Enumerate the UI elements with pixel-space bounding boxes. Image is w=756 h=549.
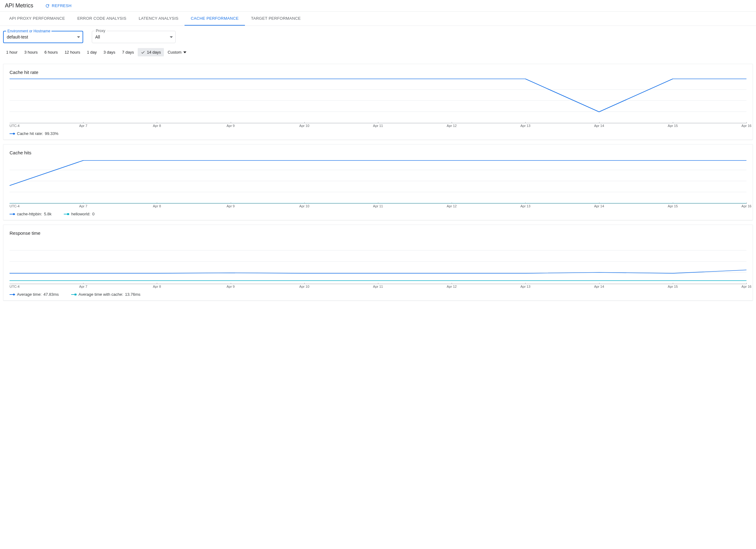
legend-value: 99.33% [45,131,59,136]
chart-x-tick: Apr 12 [447,204,457,208]
charts-container: Cache hit rateUTC-4Apr 7Apr 8Apr 9Apr 10… [0,64,756,301]
refresh-label: REFRESH [52,3,71,8]
svg-point-9 [13,213,15,215]
chart-card-response-time: Response timeUTC-4Apr 7Apr 8Apr 9Apr 10A… [3,225,753,301]
chevron-down-icon [77,36,80,38]
chart-series [10,79,746,112]
chart-plot-area [10,79,746,123]
time-chip-1-day[interactable]: 1 day [84,48,100,56]
chart-x-tick: Apr 9 [226,204,234,208]
chart-tz-label: UTC-4 [10,124,19,128]
svg-point-4 [13,133,15,135]
chart-x-axis: UTC-4Apr 7Apr 8Apr 9Apr 10Apr 11Apr 12Ap… [10,123,746,129]
proxy-select-value: All [95,35,100,39]
chart-legend: cache-httpbin: 5.8khelloworld: 0 [10,210,746,217]
chart-x-tick: Apr 7 [79,285,87,288]
chart-title: Cache hits [10,150,746,155]
page-title: API Metrics [5,2,33,9]
chevron-down-icon [170,36,173,38]
chart-tz-label: UTC-4 [10,204,19,208]
chart-x-tick: Apr 10 [299,124,309,128]
legend-name: helloworld: [71,212,90,216]
chart-x-tick: Apr 7 [79,124,87,128]
chart-x-tick: Apr 11 [373,285,383,288]
chart-card-cache-hits: Cache hitsUTC-4Apr 7Apr 8Apr 9Apr 10Apr … [3,144,753,220]
tab-bar: API PROXY PERFORMANCEERROR CODE ANALYSIS… [0,12,756,26]
proxy-select-label: Proxy [95,29,107,33]
chart-title: Cache hit rate [10,70,746,75]
legend-value: 5.8k [44,212,52,216]
page-header: API Metrics REFRESH [0,0,756,12]
time-chip-6-hours[interactable]: 6 hours [41,48,61,56]
chart-x-tick: Apr 10 [299,204,309,208]
legend-item: cache-httpbin: 5.8k [10,212,51,216]
time-range-selector: 1 hour3 hours6 hours12 hours1 day3 days7… [0,46,756,61]
chart-x-tick: Apr 10 [299,285,309,288]
chart-x-tick: Apr 12 [447,285,457,288]
chart-x-tick: Apr 7 [79,204,87,208]
chart-x-axis: UTC-4Apr 7Apr 8Apr 9Apr 10Apr 11Apr 12Ap… [10,204,746,210]
time-chip-12-hours[interactable]: 12 hours [62,48,83,56]
svg-rect-18 [75,294,76,295]
tab-cache-perf[interactable]: CACHE PERFORMANCE [185,12,245,26]
time-chip-3-hours[interactable]: 3 hours [21,48,41,56]
chart-x-tick: Apr 11 [373,204,383,208]
legend-name: Cache hit rate: [17,131,43,136]
chart-series [10,270,746,273]
legend-value: 0 [92,212,94,216]
environment-select-label: Environment or Hostname [6,29,51,33]
chart-x-tick: Apr 16 [742,204,751,208]
chart-x-tick: Apr 11 [373,124,383,128]
chart-tz-label: UTC-4 [10,285,19,288]
legend-swatch-icon [64,213,69,215]
legend-item: helloworld: 0 [64,212,94,216]
chart-legend: Cache hit rate: 99.33% [10,129,746,136]
legend-swatch-icon [10,132,15,135]
chart-x-tick: Apr 9 [226,124,234,128]
chart-x-tick: Apr 8 [153,124,161,128]
environment-select[interactable]: Environment or Hostname default-test [3,31,83,43]
legend-item: Cache hit rate: 99.33% [10,131,59,136]
chart-x-tick: Apr 15 [668,204,678,208]
legend-swatch-icon [10,213,15,215]
chevron-down-icon [183,51,186,53]
chart-plot-area [10,159,746,204]
chart-legend: Average time: 47.83msAverage time with c… [10,290,746,297]
chart-x-tick: Apr 9 [226,285,234,288]
chart-x-tick: Apr 15 [668,124,678,128]
legend-swatch-icon [10,293,15,296]
chart-x-tick: Apr 8 [153,204,161,208]
tab-proxy-perf[interactable]: API PROXY PERFORMANCE [3,12,71,26]
chart-x-tick: Apr 13 [520,124,530,128]
legend-name: Average time: [17,292,42,297]
time-chip-1-hour[interactable]: 1 hour [3,48,21,56]
chart-x-tick: Apr 14 [594,285,604,288]
filters-row: Environment or Hostname default-test Pro… [0,26,756,46]
chart-x-tick: Apr 13 [520,204,530,208]
chart-plot-area [10,239,746,284]
chart-x-tick: Apr 16 [742,285,751,288]
legend-item: Average time: 47.83ms [10,292,59,297]
tab-latency[interactable]: LATENCY ANALYSIS [132,12,185,26]
check-icon [141,50,145,55]
refresh-button[interactable]: REFRESH [43,3,73,9]
tab-error-code[interactable]: ERROR CODE ANALYSIS [71,12,132,26]
chart-x-tick: Apr 14 [594,124,604,128]
chart-x-tick: Apr 8 [153,285,161,288]
chart-x-tick: Apr 13 [520,285,530,288]
chart-x-tick: Apr 14 [594,204,604,208]
chart-title: Response time [10,230,746,236]
time-chip-custom[interactable]: Custom [165,48,189,56]
legend-item: Average time with cache: 13.76ms [71,292,140,297]
tab-target-perf[interactable]: TARGET PERFORMANCE [245,12,307,26]
time-chip-7-days[interactable]: 7 days [119,48,137,56]
time-chip-3-days[interactable]: 3 days [100,48,118,56]
legend-name: Average time with cache: [79,292,123,297]
svg-point-16 [13,294,15,295]
legend-swatch-icon [71,293,77,296]
environment-select-value: default-test [7,35,28,39]
svg-rect-11 [67,213,69,215]
proxy-select[interactable]: Proxy All [92,31,176,43]
chart-x-tick: Apr 15 [668,285,678,288]
time-chip-14-days[interactable]: 14 days [138,48,164,56]
